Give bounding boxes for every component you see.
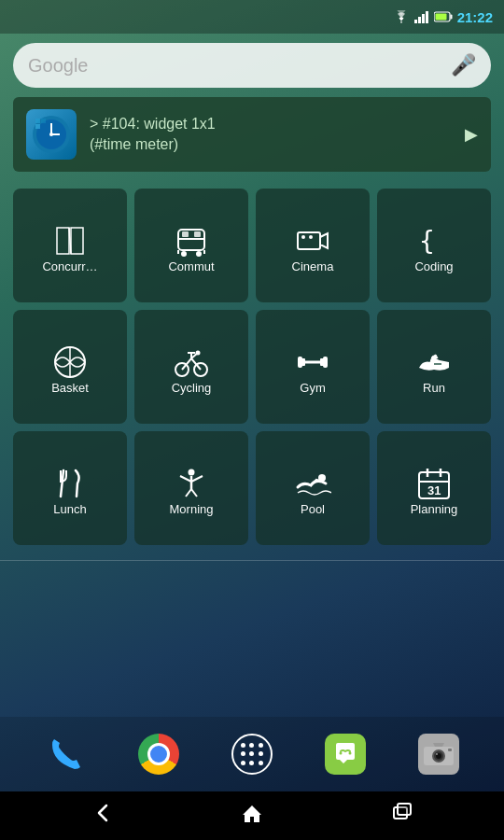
search-placeholder: Google [28,55,89,77]
dock-chrome[interactable] [131,726,187,782]
app-cycling[interactable]: Cycling [134,310,248,424]
app-concur[interactable]: Concurr… [13,189,127,302]
svg-point-55 [340,752,343,755]
search-bar[interactable]: Google 🎤 [13,43,491,88]
svg-point-43 [189,469,195,475]
svg-marker-25 [320,233,328,248]
svg-rect-10 [41,119,46,123]
book-icon [51,222,89,259]
svg-point-14 [49,133,53,136]
status-time: 21:22 [457,9,493,25]
svg-rect-6 [435,14,446,21]
svg-rect-39 [301,358,305,366]
fork-knife-icon [51,465,89,502]
svg-point-26 [301,235,305,239]
app-gym-label: Gym [300,381,325,395]
swimming-icon [294,465,331,502]
app-pool[interactable]: Pool [256,431,370,545]
svg-text:31: 31 [427,483,441,497]
movie-camera-icon [294,222,331,259]
clock-icon [32,115,71,154]
svg-rect-0 [414,20,417,23]
svg-rect-1 [418,17,421,23]
wifi-icon [393,10,410,23]
app-planning[interactable]: 31 Planning [377,431,491,545]
dock-phone[interactable] [37,726,93,782]
svg-rect-9 [35,119,40,123]
app-run[interactable]: Run [377,310,491,424]
svg-rect-23 [194,231,201,237]
widget-play-icon[interactable]: ▶ [465,124,478,145]
svg-line-46 [191,476,203,482]
chrome-icon [138,734,179,775]
app-cycling-label: Cycling [172,381,212,395]
app-coding[interactable]: { } Coding [377,189,491,302]
svg-point-19 [196,251,202,257]
calendar-icon: 31 [415,465,453,502]
svg-rect-64 [398,804,411,815]
app-basket-label: Basket [51,381,89,395]
svg-line-45 [180,476,191,482]
apps-grid-icon [231,734,273,775]
app-commut-label: Commut [168,259,214,273]
phone-icon [45,734,86,775]
app-grid: Concurr… Commut Cinema { } Coding [0,179,504,554]
mic-icon[interactable]: 🎤 [451,53,476,77]
app-commut[interactable]: Commut [134,189,248,302]
widget-bar[interactable]: > #104: widget 1x1 (#time meter) ▶ [13,97,491,172]
bus-icon [173,222,210,259]
svg-point-61 [436,753,438,755]
shoe-icon [415,343,453,381]
svg-rect-11 [35,124,40,129]
status-bar: 21:22 [0,0,504,34]
svg-rect-2 [422,14,425,23]
widget-text: > #104: widget 1x1 (#time meter) [90,114,452,156]
morning-yoga-icon [173,465,210,502]
svg-rect-22 [182,231,189,237]
app-coding-label: Coding [414,259,453,273]
app-morning[interactable]: Morning [134,431,248,545]
basketball-icon [51,343,89,381]
svg-point-27 [309,235,313,239]
app-gym[interactable]: Gym [256,310,370,424]
svg-rect-24 [298,232,320,249]
app-planning-label: Planning [411,502,458,516]
svg-rect-41 [320,358,324,366]
dock [0,717,504,791]
svg-rect-62 [448,749,452,751]
gym-icon [294,343,331,381]
dock-chat[interactable] [317,726,373,782]
status-icons: 21:22 [393,9,493,25]
svg-point-18 [181,251,187,257]
app-lunch-label: Lunch [53,502,86,516]
app-cinema[interactable]: Cinema [256,189,370,302]
battery-icon [434,11,453,22]
code-braces-icon: { } [415,222,453,259]
nav-home-button[interactable] [233,794,271,837]
signal-icon [414,10,429,23]
svg-rect-3 [426,11,428,23]
app-concur-label: Concurr… [42,259,97,273]
widget-app-icon [26,109,77,160]
dock-camera[interactable] [411,726,467,782]
chat-icon [325,734,366,775]
svg-line-48 [191,489,197,497]
divider [0,560,504,561]
svg-line-47 [186,489,191,497]
nav-back-button[interactable] [84,794,121,837]
app-morning-label: Morning [170,502,214,516]
dock-apps[interactable] [224,726,280,782]
app-run-label: Run [423,381,445,395]
app-lunch[interactable]: Lunch [13,431,127,545]
app-pool-label: Pool [301,502,325,516]
nav-recents-button[interactable] [383,794,420,837]
svg-point-56 [349,752,352,755]
camera-icon [418,734,459,775]
cycling-icon [173,343,210,381]
svg-text:{  }: { } [419,226,453,257]
app-basket[interactable]: Basket [13,310,127,424]
svg-rect-5 [450,15,452,20]
app-cinema-label: Cinema [292,259,334,273]
nav-bar [0,791,504,840]
